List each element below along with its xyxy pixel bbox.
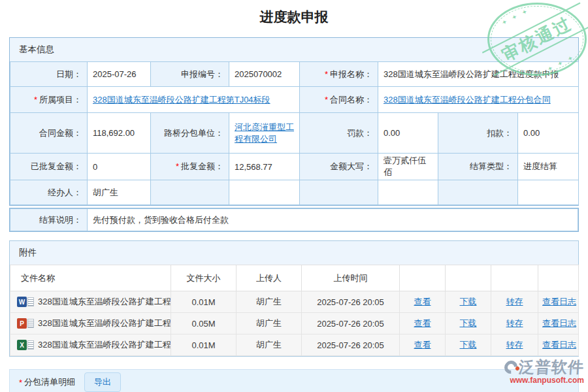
- declare-no-value: 2025070002: [229, 62, 300, 87]
- table-row: 结算说明： 先付预付款，货到验收合格后付全款: [10, 209, 578, 231]
- view-log-link[interactable]: 查看日志: [542, 318, 576, 328]
- view-link[interactable]: 查看: [414, 297, 431, 306]
- empty-header-cell: [446, 265, 491, 291]
- download-link[interactable]: 下载: [460, 340, 477, 350]
- basic-info-table: 日期： 2025-07-26 申报编号： 2025070002 *申报名称： 3…: [10, 61, 579, 205]
- settle-note-strip: 结算说明： 先付预付款，货到验收合格后付全款: [9, 208, 579, 232]
- view-log-link[interactable]: 查看日志: [542, 297, 576, 306]
- amount-caps-value: 壹万贰仟伍佰: [378, 154, 438, 180]
- empty-value-cell: [229, 180, 300, 205]
- basic-info-header: 基本信息: [10, 38, 578, 61]
- empty-header-cell: [400, 265, 446, 291]
- date-label: 日期：: [10, 62, 88, 87]
- view-log-link[interactable]: 查看日志: [542, 340, 576, 350]
- download-link[interactable]: 下载: [460, 318, 477, 328]
- settle-note-value: 先付预付款，货到验收合格后付全款: [88, 209, 578, 231]
- file-name: 328国道城东至温峤段公路扩建工程: [38, 340, 171, 350]
- fanpusoft-brand-name: 泛普软件: [518, 359, 585, 375]
- declare-name-value: 328国道城东至温峤段公路扩建工程进度款申报: [378, 62, 579, 87]
- empty-header-cell: [538, 265, 579, 291]
- subcontract-detail-label: 分包清单明细: [24, 376, 75, 388]
- fanpusoft-watermark: 泛普软件 www.fanpusoft.com: [504, 359, 584, 384]
- view-link[interactable]: 查看: [414, 318, 431, 328]
- contract-amount-value: 118,692.00: [88, 113, 151, 154]
- required-marker: *: [325, 69, 328, 79]
- file-upload-time: 2025-07-26 20:05: [302, 313, 400, 335]
- file-upload-time: 2025-07-26 20:05: [302, 335, 400, 356]
- transfer-link[interactable]: 转存: [506, 340, 523, 350]
- basic-info-panel: 基本信息 日期： 2025-07-26 申报编号： 2025070002 *申报…: [9, 37, 579, 206]
- attachments-header-row: 文件名称 文件大小 上传人 上传时间: [10, 265, 579, 291]
- uploader-column-header: 上传人: [237, 265, 302, 291]
- settle-type-value: 进度结算: [518, 154, 579, 180]
- file-size: 0.01M: [171, 291, 237, 313]
- excel-file-icon: X: [17, 340, 34, 350]
- approved-amount-value: 0: [88, 154, 151, 180]
- file-size: 0.05M: [171, 313, 237, 335]
- required-marker: *: [34, 95, 37, 105]
- table-row: 已批复金额： 0 *批复金额： 12,568.77 金额大写： 壹万贰仟伍佰 结…: [10, 154, 579, 180]
- file-uploader: 胡广生: [237, 313, 302, 335]
- empty-header-cell: [491, 265, 538, 291]
- project-link[interactable]: 328国道城东至温峤段公路扩建工程第TJ04标段: [93, 95, 270, 105]
- project-label: *所属项目：: [10, 87, 88, 113]
- amount-caps-label: 金额大写：: [300, 154, 378, 180]
- required-marker: *: [325, 95, 328, 105]
- view-link[interactable]: 查看: [414, 340, 431, 350]
- required-marker: *: [19, 378, 22, 387]
- file-name: 328国道城东至温峤段公路扩建工程: [38, 297, 171, 306]
- table-row: *所属项目： 328国道城东至温峤段公路扩建工程第TJ04标段 *合同名称： 3…: [10, 87, 579, 113]
- word-file-icon: W: [17, 297, 34, 307]
- contract-name-label: *合同名称：: [300, 87, 378, 113]
- empty-value-cell: [378, 180, 438, 205]
- operator-label: 经办人：: [10, 180, 88, 205]
- file-name-column-header: 文件名称: [10, 265, 171, 291]
- declare-no-label: 申报编号：: [151, 62, 229, 87]
- deduction-value: 0.00: [518, 113, 579, 154]
- download-link[interactable]: 下载: [460, 297, 477, 306]
- approval-amount-label: *批复金额：: [151, 154, 229, 180]
- file-upload-time: 2025-07-26 20:05: [302, 291, 400, 313]
- attachments-panel: 附件 文件名称 文件大小 上传人 上传时间 W328国道城东至温峤段公路扩建工程…: [9, 240, 579, 357]
- table-row: 日期： 2025-07-26 申报编号： 2025070002 *申报名称： 3…: [10, 62, 579, 87]
- file-uploader: 胡广生: [237, 335, 302, 356]
- attachments-table: 文件名称 文件大小 上传人 上传时间 W328国道城东至温峤段公路扩建工程 0.…: [10, 265, 579, 356]
- contract-amount-label: 合同金额：: [10, 113, 88, 154]
- transfer-link[interactable]: 转存: [506, 297, 523, 306]
- settle-type-label: 结算类型：: [438, 154, 518, 180]
- subcontract-detail-bar: * 分包清单明细 导出: [9, 369, 579, 392]
- table-row: 合同金额： 118,692.00 路桥分包单位： 河北彦漼重型工程有限公司 罚款…: [10, 113, 579, 154]
- penalty-value: 0.00: [378, 113, 438, 154]
- table-row: 经办人： 胡广生: [10, 180, 579, 205]
- operator-value: 胡广生: [88, 180, 151, 205]
- file-size: 0.01M: [171, 335, 237, 356]
- required-marker: *: [176, 161, 179, 171]
- empty-label-cell: [438, 180, 518, 205]
- fanpusoft-url: www.fanpusoft.com: [504, 376, 584, 384]
- file-size-column-header: 文件大小: [171, 265, 237, 291]
- attachment-row: W328国道城东至温峤段公路扩建工程 0.01M 胡广生 2025-07-26 …: [10, 291, 579, 313]
- subcontract-unit-link[interactable]: 河北彦漼重型工程有限公司: [235, 122, 294, 144]
- settle-note-table: 结算说明： 先付预付款，货到验收合格后付全款: [10, 208, 578, 231]
- date-value: 2025-07-26: [88, 62, 151, 87]
- contract-name-link[interactable]: 328国道城东至温峤段公路扩建工程分包合同: [384, 95, 551, 105]
- approval-amount-value: 12,568.77: [229, 154, 300, 180]
- subcontract-unit-label: 路桥分包单位：: [151, 113, 229, 154]
- penalty-label: 罚款：: [300, 113, 378, 154]
- export-button[interactable]: 导出: [84, 372, 121, 392]
- settle-note-label: 结算说明：: [10, 209, 88, 231]
- empty-value-cell: [518, 180, 579, 205]
- file-name: 328国道城东至温峤段公路扩建工程: [38, 318, 171, 328]
- empty-label-cell: [151, 180, 229, 205]
- ppt-file-icon: P: [17, 318, 34, 329]
- attachments-header: 附件: [10, 241, 578, 265]
- approved-amount-label: 已批复金额：: [10, 154, 88, 180]
- upload-time-column-header: 上传时间: [302, 265, 400, 291]
- fanpusoft-logo-icon: [502, 358, 520, 376]
- attachment-row: X328国道城东至温峤段公路扩建工程 0.01M 胡广生 2025-07-26 …: [10, 335, 579, 356]
- empty-label-cell: [300, 180, 378, 205]
- declare-name-label: *申报名称：: [300, 62, 378, 87]
- page-title: 进度款申报: [0, 8, 588, 26]
- transfer-link[interactable]: 转存: [506, 318, 523, 328]
- file-uploader: 胡广生: [237, 291, 302, 313]
